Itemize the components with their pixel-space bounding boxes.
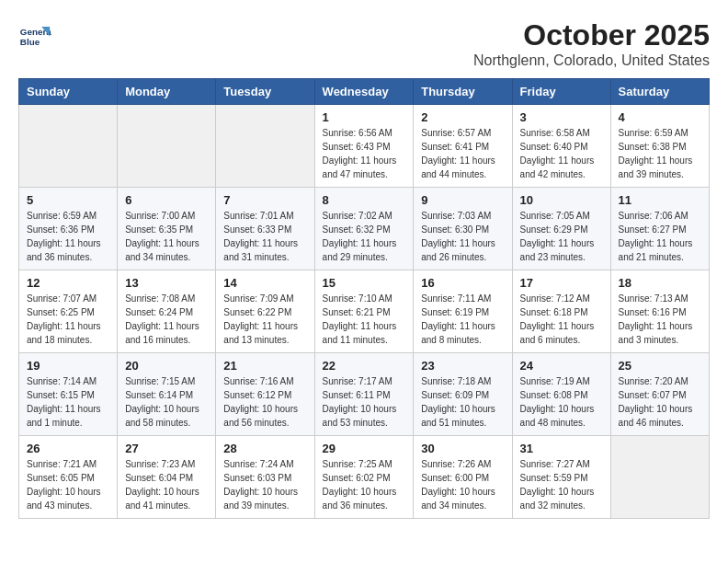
calendar-cell: [216, 105, 314, 188]
day-info: Sunrise: 7:08 AM Sunset: 6:24 PM Dayligh…: [125, 292, 208, 347]
calendar-cell: 29Sunrise: 7:25 AM Sunset: 6:02 PM Dayli…: [314, 436, 414, 519]
calendar-cell: 31Sunrise: 7:27 AM Sunset: 5:59 PM Dayli…: [512, 436, 610, 519]
calendar-cell: 23Sunrise: 7:18 AM Sunset: 6:09 PM Dayli…: [414, 353, 512, 436]
calendar-cell: 25Sunrise: 7:20 AM Sunset: 6:07 PM Dayli…: [610, 353, 709, 436]
day-info: Sunrise: 7:01 AM Sunset: 6:33 PM Dayligh…: [223, 209, 306, 264]
day-number: 25: [619, 359, 701, 373]
day-info: Sunrise: 7:09 AM Sunset: 6:22 PM Dayligh…: [223, 292, 306, 347]
calendar-cell: [118, 105, 216, 188]
day-number: 17: [520, 276, 603, 290]
day-number: 16: [421, 276, 504, 290]
day-info: Sunrise: 7:21 AM Sunset: 6:05 PM Dayligh…: [27, 457, 109, 512]
day-number: 21: [223, 359, 306, 373]
day-number: 5: [27, 193, 109, 207]
day-number: 29: [323, 442, 406, 455]
day-info: Sunrise: 7:05 AM Sunset: 6:29 PM Dayligh…: [520, 209, 603, 264]
day-number: 18: [619, 276, 701, 290]
day-header: Tuesday: [216, 79, 314, 105]
day-number: 11: [619, 193, 701, 207]
calendar-cell: [610, 436, 709, 519]
day-info: Sunrise: 7:06 AM Sunset: 6:27 PM Dayligh…: [619, 209, 701, 264]
day-info: Sunrise: 7:15 AM Sunset: 6:14 PM Dayligh…: [125, 374, 208, 430]
calendar-week-row: 12Sunrise: 7:07 AM Sunset: 6:25 PM Dayli…: [19, 270, 710, 353]
calendar-body: 1Sunrise: 6:56 AM Sunset: 6:43 PM Daylig…: [19, 105, 710, 519]
day-number: 10: [520, 193, 603, 207]
day-header: Sunday: [19, 79, 118, 105]
logo: General Blue: [18, 18, 51, 52]
day-header: Saturday: [610, 79, 709, 105]
day-header: Thursday: [414, 79, 512, 105]
day-header: Wednesday: [314, 79, 414, 105]
calendar-cell: 17Sunrise: 7:12 AM Sunset: 6:18 PM Dayli…: [512, 270, 610, 353]
day-number: 7: [223, 193, 306, 207]
calendar-cell: 8Sunrise: 7:02 AM Sunset: 6:32 PM Daylig…: [314, 188, 414, 270]
day-number: 9: [421, 193, 504, 207]
day-info: Sunrise: 7:16 AM Sunset: 6:12 PM Dayligh…: [223, 374, 306, 430]
day-number: 3: [520, 110, 603, 124]
day-info: Sunrise: 7:02 AM Sunset: 6:32 PM Dayligh…: [323, 209, 406, 264]
day-number: 31: [520, 442, 603, 455]
day-number: 8: [323, 193, 406, 207]
calendar-cell: 3Sunrise: 6:58 AM Sunset: 6:40 PM Daylig…: [512, 105, 610, 188]
day-info: Sunrise: 7:13 AM Sunset: 6:16 PM Dayligh…: [619, 292, 701, 347]
day-info: Sunrise: 7:24 AM Sunset: 6:03 PM Dayligh…: [223, 457, 306, 512]
calendar-week-row: 26Sunrise: 7:21 AM Sunset: 6:05 PM Dayli…: [19, 436, 710, 519]
day-number: 20: [125, 359, 208, 373]
day-info: Sunrise: 7:27 AM Sunset: 5:59 PM Dayligh…: [520, 457, 603, 512]
calendar-cell: 12Sunrise: 7:07 AM Sunset: 6:25 PM Dayli…: [19, 270, 118, 353]
day-info: Sunrise: 7:14 AM Sunset: 6:15 PM Dayligh…: [27, 374, 109, 430]
day-info: Sunrise: 7:07 AM Sunset: 6:25 PM Dayligh…: [27, 292, 109, 347]
day-info: Sunrise: 7:23 AM Sunset: 6:04 PM Dayligh…: [125, 457, 208, 512]
calendar-cell: 11Sunrise: 7:06 AM Sunset: 6:27 PM Dayli…: [610, 188, 709, 270]
day-number: 6: [125, 193, 208, 207]
calendar-cell: 14Sunrise: 7:09 AM Sunset: 6:22 PM Dayli…: [216, 270, 314, 353]
calendar-week-row: 5Sunrise: 6:59 AM Sunset: 6:36 PM Daylig…: [19, 188, 710, 270]
calendar-cell: 27Sunrise: 7:23 AM Sunset: 6:04 PM Dayli…: [118, 436, 216, 519]
day-number: 19: [27, 359, 109, 373]
calendar-cell: 1Sunrise: 6:56 AM Sunset: 6:43 PM Daylig…: [314, 105, 414, 188]
calendar-week-row: 1Sunrise: 6:56 AM Sunset: 6:43 PM Daylig…: [19, 105, 710, 188]
calendar-cell: 19Sunrise: 7:14 AM Sunset: 6:15 PM Dayli…: [19, 353, 118, 436]
day-number: 14: [223, 276, 306, 290]
day-info: Sunrise: 7:25 AM Sunset: 6:02 PM Dayligh…: [323, 457, 406, 512]
calendar-cell: 6Sunrise: 7:00 AM Sunset: 6:35 PM Daylig…: [118, 188, 216, 270]
calendar-cell: 7Sunrise: 7:01 AM Sunset: 6:33 PM Daylig…: [216, 188, 314, 270]
day-number: 26: [27, 442, 109, 455]
calendar-title: October 2025: [473, 18, 710, 52]
svg-text:Blue: Blue: [20, 37, 40, 47]
calendar-cell: 21Sunrise: 7:16 AM Sunset: 6:12 PM Dayli…: [216, 353, 314, 436]
day-info: Sunrise: 6:58 AM Sunset: 6:40 PM Dayligh…: [520, 126, 603, 181]
calendar-header: October 2025 Northglenn, Colorado, Unite…: [473, 18, 710, 69]
day-header: Monday: [118, 79, 216, 105]
day-number: 23: [421, 359, 504, 373]
day-info: Sunrise: 7:10 AM Sunset: 6:21 PM Dayligh…: [323, 292, 406, 347]
calendar-cell: 10Sunrise: 7:05 AM Sunset: 6:29 PM Dayli…: [512, 188, 610, 270]
day-info: Sunrise: 7:26 AM Sunset: 6:00 PM Dayligh…: [421, 457, 504, 512]
day-number: 15: [323, 276, 406, 290]
calendar-cell: 24Sunrise: 7:19 AM Sunset: 6:08 PM Dayli…: [512, 353, 610, 436]
day-info: Sunrise: 7:11 AM Sunset: 6:19 PM Dayligh…: [421, 292, 504, 347]
day-info: Sunrise: 7:18 AM Sunset: 6:09 PM Dayligh…: [421, 374, 504, 430]
calendar-header-row: SundayMondayTuesdayWednesdayThursdayFrid…: [19, 79, 710, 105]
day-number: 22: [323, 359, 406, 373]
calendar-cell: 15Sunrise: 7:10 AM Sunset: 6:21 PM Dayli…: [314, 270, 414, 353]
calendar-cell: 9Sunrise: 7:03 AM Sunset: 6:30 PM Daylig…: [414, 188, 512, 270]
calendar-cell: 30Sunrise: 7:26 AM Sunset: 6:00 PM Dayli…: [414, 436, 512, 519]
day-info: Sunrise: 6:59 AM Sunset: 6:38 PM Dayligh…: [619, 126, 701, 181]
calendar-cell: 28Sunrise: 7:24 AM Sunset: 6:03 PM Dayli…: [216, 436, 314, 519]
calendar-cell: 5Sunrise: 6:59 AM Sunset: 6:36 PM Daylig…: [19, 188, 118, 270]
day-number: 27: [125, 442, 208, 455]
calendar-week-row: 19Sunrise: 7:14 AM Sunset: 6:15 PM Dayli…: [19, 353, 710, 436]
day-number: 4: [619, 110, 701, 124]
calendar-table: SundayMondayTuesdayWednesdayThursdayFrid…: [18, 78, 710, 519]
day-info: Sunrise: 6:57 AM Sunset: 6:41 PM Dayligh…: [421, 126, 504, 181]
day-info: Sunrise: 7:19 AM Sunset: 6:08 PM Dayligh…: [520, 374, 603, 430]
calendar-cell: [19, 105, 118, 188]
day-number: 12: [27, 276, 109, 290]
day-info: Sunrise: 7:20 AM Sunset: 6:07 PM Dayligh…: [619, 374, 701, 430]
calendar-cell: 4Sunrise: 6:59 AM Sunset: 6:38 PM Daylig…: [610, 105, 709, 188]
day-header: Friday: [512, 79, 610, 105]
calendar-cell: 26Sunrise: 7:21 AM Sunset: 6:05 PM Dayli…: [19, 436, 118, 519]
day-number: 2: [421, 110, 504, 124]
day-info: Sunrise: 7:00 AM Sunset: 6:35 PM Dayligh…: [125, 209, 208, 264]
